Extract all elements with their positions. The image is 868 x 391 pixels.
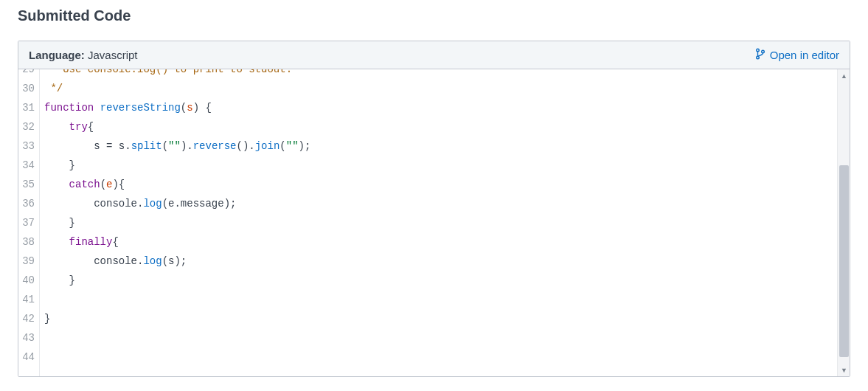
line-number: 33 [18,136,39,156]
code-line: * Use console.log() to print to stdout. [40,69,292,79]
line-number: 29 [18,69,39,79]
code-line: */ [40,79,850,98]
line-number: 34 [18,156,39,175]
code-line: } [40,271,850,290]
code-line: catch(e){ [40,175,850,194]
open-in-editor-label: Open in editor [770,49,839,61]
code-line: console.log(e.message); [40,194,850,213]
code-line [40,328,850,347]
line-number: 44 [18,347,39,367]
panel-header: Language: Javascript Open in editor [18,41,850,69]
line-number: 38 [18,232,39,252]
line-number: 36 [18,194,39,213]
vertical-scrollbar[interactable]: ▲ ▼ [837,69,850,376]
code-line: function reverseString(s) { [40,98,850,117]
language-label: Language: [29,49,85,61]
code-content[interactable]: * Use console.log() to print to stdout. … [40,69,850,376]
branch-icon [755,48,765,62]
line-number: 40 [18,271,39,290]
code-line: } [40,213,850,232]
line-number: 42 [18,309,39,328]
code-line: } [40,309,850,328]
line-gutter: 29303132333435363738394041424344 [18,69,40,376]
svg-point-0 [756,49,759,52]
line-number: 41 [18,290,39,309]
language-indicator: Language: Javascript [29,49,138,61]
code-line [40,347,850,367]
code-line: try{ [40,117,850,136]
line-number: 31 [18,98,39,117]
language-value: Javascript [88,49,138,61]
code-panel: Language: Javascript Open in editor 2930… [18,41,850,377]
svg-point-2 [761,50,764,53]
open-in-editor-link[interactable]: Open in editor [755,48,839,62]
code-editor[interactable]: 29303132333435363738394041424344 * Use c… [18,69,850,376]
line-number: 39 [18,252,39,271]
section-title: Submitted Code [18,7,850,24]
scroll-thumb[interactable] [839,165,849,357]
code-line: } [40,156,850,175]
line-number: 32 [18,117,39,136]
code-line [40,290,850,309]
code-line: s = s.split("").reverse().join(""); [40,136,850,156]
line-number: 37 [18,213,39,232]
code-line: finally{ [40,232,850,252]
code-line: console.log(s); [40,252,850,271]
scroll-up-arrow[interactable]: ▲ [838,69,850,82]
svg-point-1 [756,56,759,59]
line-number: 43 [18,328,39,347]
line-number: 35 [18,175,39,194]
scroll-down-arrow[interactable]: ▼ [838,364,850,376]
line-number: 30 [18,79,39,98]
